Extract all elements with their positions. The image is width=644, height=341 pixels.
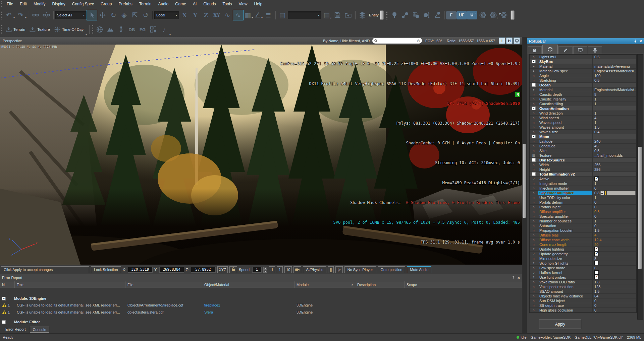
property-row[interactable]: n Use TOD sky color 1	[530, 195, 636, 200]
select-move-button[interactable]: ⇱	[129, 10, 140, 20]
property-row[interactable]: n Waves size 0.4	[530, 130, 636, 134]
property-row[interactable]: n Objects max view distance 64	[530, 294, 636, 298]
tab-terrain-edit[interactable]	[558, 46, 573, 54]
property-value[interactable]: 100	[593, 73, 636, 78]
tab-objects[interactable]	[542, 45, 558, 54]
property-value[interactable]: 1	[593, 120, 636, 125]
terrain-editor-button[interactable]	[105, 24, 116, 35]
load-selection-button[interactable]	[343, 10, 354, 20]
checkbox[interactable]	[594, 247, 599, 251]
follow-terrain-button[interactable]: ∿	[222, 10, 233, 20]
redo-button[interactable]: ↷	[15, 10, 26, 20]
value-slider[interactable]	[600, 191, 636, 195]
toolbar-scroll-thumb[interactable]	[380, 10, 384, 20]
property-value[interactable]	[593, 252, 636, 256]
constrain-y-button[interactable]: Y	[190, 10, 201, 20]
menu-item[interactable]: Display	[49, 0, 68, 8]
delete-named-selection-button[interactable]: ▤×	[321, 10, 332, 20]
toolbar-grip[interactable]	[1, 11, 2, 19]
panel-scrollbar[interactable]	[522, 37, 527, 333]
apply-changes-hint-button[interactable]: Click Apply to accept changes	[1, 266, 89, 273]
property-value[interactable]	[593, 83, 636, 87]
property-value[interactable]: 0	[593, 214, 636, 218]
property-value[interactable]: 1	[593, 97, 636, 101]
column-header[interactable]: Scope	[405, 281, 522, 288]
column-header[interactable]: Description	[355, 281, 405, 288]
tab-display[interactable]	[573, 46, 587, 54]
property-row[interactable]: n Sky color multiplier 0.8	[530, 191, 636, 195]
property-value[interactable]: 240	[593, 139, 636, 143]
link-objects-button[interactable]	[30, 10, 41, 20]
property-row[interactable]: n SSAO amount 1.5	[530, 289, 636, 294]
physics-get-state-button[interactable]: ↓	[488, 10, 499, 20]
property-row[interactable]: n Wind direction 1	[530, 111, 636, 116]
toolbar-grip[interactable]	[1, 1, 2, 7]
property-row[interactable]: n High gloss occlusion 0	[530, 308, 636, 313]
scrollbar-thumb[interactable]	[638, 147, 642, 269]
ruler-button[interactable]: ≣	[263, 10, 274, 20]
property-row[interactable]: ? Skip non GI lights	[530, 261, 636, 266]
tab-error-report[interactable]: Error Report	[3, 327, 29, 332]
property-value[interactable]: 0	[593, 223, 636, 228]
property-value[interactable]	[593, 261, 636, 265]
scale-mode-button[interactable]: ◈	[119, 10, 129, 20]
pause-button[interactable]: ||	[328, 266, 334, 273]
vegetation-instances-button[interactable]	[400, 10, 411, 20]
toolbar-grip[interactable]	[92, 25, 93, 34]
property-value[interactable]: 1.5	[593, 125, 636, 129]
property-value[interactable]: 1	[593, 101, 636, 106]
vegetation-angle-button[interactable]	[432, 10, 443, 20]
property-value[interactable]: ...\half_moon.dds	[593, 153, 636, 157]
rollup-scrollbar[interactable]	[637, 54, 643, 320]
menu-item[interactable]: AI	[190, 0, 200, 8]
property-value[interactable]: 0.5	[593, 148, 636, 153]
toolbar-grip[interactable]	[1, 25, 2, 34]
checkbox[interactable]	[594, 177, 599, 181]
move-mode-button[interactable]	[97, 10, 108, 20]
error-row[interactable]: 1 CGF is unable to load its default mate…	[0, 301, 522, 309]
speed-preset-01-button[interactable]: .1	[269, 266, 275, 273]
constrain-xy-button[interactable]: XY	[211, 10, 222, 20]
error-row[interactable]: Module: 3DEngine	[0, 295, 522, 301]
property-row[interactable]: n Lights mul 0.5	[530, 55, 636, 59]
property-row[interactable]: n Angle 100	[530, 73, 636, 78]
menu-item[interactable]: Tools	[219, 0, 235, 8]
menu-item[interactable]: Help	[251, 0, 266, 8]
tab-pan[interactable]	[528, 46, 542, 54]
property-row[interactable]: ? Halfres kernel	[530, 270, 636, 275]
property-value[interactable]: 1.5	[593, 228, 636, 232]
texture-tool-button[interactable]: Texture	[27, 24, 52, 35]
property-row[interactable]: SkyBox	[530, 59, 636, 64]
toolbar-scroll-thumb[interactable]	[511, 10, 515, 20]
checkbox[interactable]	[594, 261, 599, 265]
property-row[interactable]: n Min node size 8	[530, 256, 636, 261]
ratio-value[interactable]: 1556:657	[459, 39, 474, 43]
layer-tiles-button[interactable]	[148, 24, 159, 35]
property-row[interactable]: n Wind speed 4	[530, 116, 636, 120]
property-row[interactable]: n Saturation 0	[530, 223, 636, 228]
menu-item[interactable]: Prefabs	[115, 0, 136, 8]
save-selection-button[interactable]	[332, 10, 343, 20]
undo-button[interactable]: ↶	[3, 10, 14, 20]
checkbox[interactable]	[594, 270, 599, 275]
property-row[interactable]: n Number of bounces 1	[530, 219, 636, 223]
coord-system-dropdown[interactable]: Local▾	[154, 11, 179, 19]
property-value[interactable]: 1	[593, 195, 636, 200]
property-value[interactable]	[593, 177, 636, 181]
rollupbar-header[interactable]: RollupBar ×	[527, 38, 644, 44]
property-value[interactable]: 1.8	[593, 280, 636, 284]
property-row[interactable]: n Longitude 45	[530, 144, 636, 148]
property-row[interactable]: n Caustic intensity 1	[530, 97, 636, 101]
constrain-z-button[interactable]: Z	[201, 10, 211, 20]
property-row[interactable]: n Size 0.5	[530, 148, 636, 153]
vegetation-paint-button[interactable]	[389, 10, 400, 20]
property-row[interactable]: n Propagation booster 1.5	[530, 228, 636, 233]
property-row[interactable]: n Injection multiplier 0	[530, 186, 636, 191]
vegetation-scale-button[interactable]	[421, 10, 432, 20]
property-value[interactable]: materials/sky/evening	[593, 64, 636, 68]
menu-item[interactable]: Config Spec	[69, 0, 97, 8]
database-view-button[interactable]: DB	[126, 24, 137, 35]
property-value[interactable]: 45	[593, 144, 636, 148]
property-value[interactable]: 0.8	[593, 191, 636, 195]
menu-item[interactable]: Group	[97, 0, 115, 8]
